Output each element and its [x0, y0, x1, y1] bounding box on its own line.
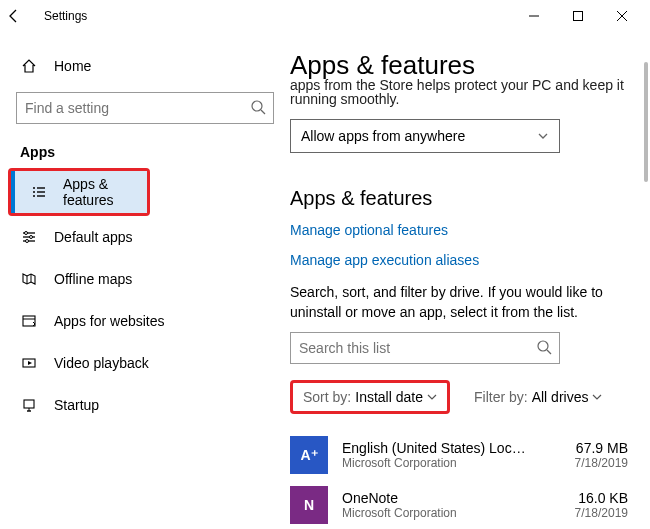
sidebar-item-label: Apps & features — [63, 176, 147, 208]
svg-rect-20 — [23, 316, 35, 326]
sidebar-item-default-apps[interactable]: Default apps — [0, 216, 290, 258]
filter-by-dropdown[interactable]: Filter by: All drives — [474, 389, 602, 405]
filter-row: Sort by: Install date Filter by: All dri… — [290, 380, 628, 414]
sidebar-item-apps-for-websites[interactable]: Apps for websites — [0, 300, 290, 342]
svg-point-16 — [30, 236, 33, 239]
sidebar-section-title: Apps — [0, 124, 290, 168]
sidebar-item-video-playback[interactable]: Video playback — [0, 342, 290, 384]
svg-point-17 — [26, 240, 29, 243]
sort-by-dropdown[interactable]: Sort by: Install date — [290, 380, 450, 414]
app-date: 7/18/2019 — [575, 456, 628, 470]
close-button[interactable] — [600, 0, 644, 32]
svg-point-4 — [252, 101, 262, 111]
app-row[interactable]: N OneNote Microsoft Corporation 16.0 KB … — [290, 480, 628, 529]
svg-point-15 — [25, 232, 28, 235]
app-list: A⁺ English (United States) Local Exp... … — [290, 430, 628, 529]
sidebar-item-label: Default apps — [54, 229, 133, 245]
clipped-paragraph: apps from the Store helps protect your P… — [290, 77, 628, 107]
sidebar-search[interactable] — [16, 92, 274, 124]
sidebar-item-label: Offline maps — [54, 271, 132, 287]
sidebar-item-startup[interactable]: Startup — [0, 384, 290, 426]
sidebar-item-offline-maps[interactable]: Offline maps — [0, 258, 290, 300]
app-row[interactable]: A⁺ English (United States) Local Exp... … — [290, 430, 628, 480]
section-title: Apps & features — [290, 187, 628, 210]
home-icon — [20, 58, 38, 74]
sidebar: Home Apps Apps & features Default apps — [0, 32, 290, 529]
map-icon — [20, 271, 38, 287]
link-execution-aliases[interactable]: Manage app execution aliases — [290, 252, 628, 268]
video-icon — [20, 355, 38, 371]
filter-value: All drives — [532, 389, 589, 405]
filter-label: Filter by: — [474, 389, 528, 405]
app-publisher: Microsoft Corporation — [342, 456, 575, 470]
search-icon — [250, 99, 266, 115]
search-icon — [536, 339, 552, 355]
chevron-down-icon — [592, 392, 602, 402]
list-search[interactable] — [290, 332, 560, 364]
list-description: Search, sort, and filter by drive. If yo… — [290, 282, 628, 322]
app-source-dropdown[interactable]: Allow apps from anywhere — [290, 119, 560, 153]
startup-icon — [20, 397, 38, 413]
sidebar-item-label: Apps for websites — [54, 313, 165, 329]
highlight-apps-features: Apps & features — [8, 168, 150, 216]
svg-marker-23 — [28, 361, 32, 365]
app-date: 7/18/2019 — [575, 506, 628, 520]
sort-label: Sort by: — [303, 389, 351, 405]
svg-point-27 — [538, 341, 548, 351]
sidebar-item-label: Startup — [54, 397, 99, 413]
title-bar: Settings — [0, 0, 650, 32]
sidebar-home[interactable]: Home — [0, 46, 290, 86]
svg-rect-24 — [24, 400, 34, 408]
app-name: English (United States) Local Exp... — [342, 440, 532, 456]
minimize-button[interactable] — [512, 0, 556, 32]
window-title: Settings — [44, 9, 87, 23]
chevron-down-icon — [537, 130, 549, 142]
sidebar-home-label: Home — [54, 58, 91, 74]
app-size: 67.9 MB — [575, 440, 628, 456]
app-name: OneNote — [342, 490, 532, 506]
sidebar-search-input[interactable] — [16, 92, 274, 124]
dropdown-value: Allow apps from anywhere — [301, 128, 465, 144]
back-button[interactable] — [6, 8, 34, 24]
sort-value: Install date — [355, 389, 423, 405]
app-publisher: Microsoft Corporation — [342, 506, 575, 520]
sidebar-item-label: Video playback — [54, 355, 149, 371]
defaults-icon — [20, 229, 38, 245]
content-pane: Apps & features apps from the Store help… — [290, 32, 650, 529]
scrollbar-thumb[interactable] — [644, 62, 648, 182]
maximize-button[interactable] — [556, 0, 600, 32]
chevron-down-icon — [427, 392, 437, 402]
app-icon: A⁺ — [290, 436, 328, 474]
svg-rect-1 — [574, 12, 583, 21]
app-size: 16.0 KB — [575, 490, 628, 506]
websites-icon — [20, 313, 38, 329]
svg-line-5 — [261, 110, 265, 114]
svg-line-28 — [547, 350, 551, 354]
list-icon — [31, 184, 47, 200]
list-search-input[interactable] — [290, 332, 560, 364]
link-optional-features[interactable]: Manage optional features — [290, 222, 628, 238]
app-icon: N — [290, 486, 328, 524]
sidebar-item-apps-features[interactable]: Apps & features — [11, 171, 147, 213]
